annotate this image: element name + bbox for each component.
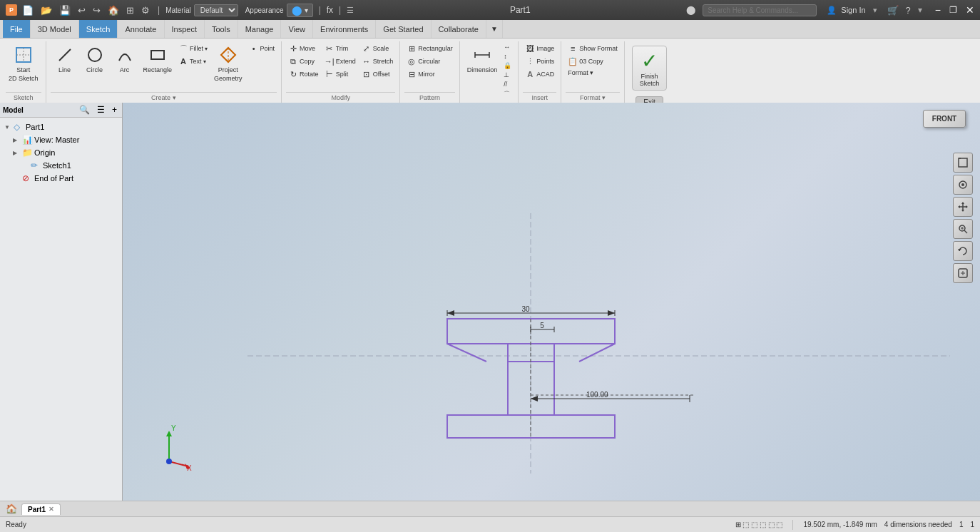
svg-line-44 <box>964 230 967 233</box>
tab-getstarted[interactable]: Get Started <box>376 20 431 38</box>
tree-item-sketch1[interactable]: ✏ Sketch1 <box>1 159 121 172</box>
rectangular-btn[interactable]: ⊞ Rectangular <box>404 43 455 54</box>
line-label: Line <box>58 66 71 73</box>
move-btn[interactable]: ✛ Move <box>286 43 321 54</box>
sidebar-add-btn[interactable]: + <box>110 104 119 116</box>
new-btn[interactable]: 📄 <box>20 5 36 16</box>
material-dropdown[interactable]: Default <box>194 4 238 16</box>
tree-item-endofpart[interactable]: ⊘ End of Part <box>1 172 121 185</box>
settings-btn[interactable]: ⚙ <box>139 5 152 16</box>
tab-inspect[interactable]: Inspect <box>165 20 205 38</box>
tab-3dmodel[interactable]: 3D Model <box>31 20 79 38</box>
rectangle-btn[interactable]: Rectangle <box>141 43 175 76</box>
close-btn[interactable]: ✕ <box>966 4 974 16</box>
front-view-label[interactable]: FRONT <box>923 110 966 128</box>
constrain-h-btn[interactable]: ↔ <box>501 43 514 51</box>
format-btn[interactable]: Format ▾ <box>566 68 620 77</box>
tree-item-origin[interactable]: ▶ 📁 Origin <box>1 146 121 159</box>
format-copy-btn[interactable]: 📋 03 Copy <box>566 56 620 67</box>
minimize-btn[interactable]: − <box>935 4 941 16</box>
zoom-window-btn[interactable] <box>953 219 973 239</box>
more-icon[interactable]: ☰ <box>347 6 354 15</box>
constrain-lock-btn[interactable]: 🔒 <box>501 61 514 70</box>
trim-btn[interactable]: ✂ Trim <box>322 43 358 54</box>
constrain-tangent-btn[interactable]: ⌒ <box>501 89 514 100</box>
help-icon[interactable]: ? <box>906 5 911 16</box>
offset-btn[interactable]: ⊡ Offset <box>359 68 396 80</box>
split-icon: ⊢ <box>325 69 335 79</box>
constrain-v-btn[interactable]: ↕ <box>501 52 514 61</box>
full-nav-btn[interactable] <box>953 263 973 283</box>
constrain-perp-btn[interactable]: ⊥ <box>501 71 514 79</box>
tab-file[interactable]: File <box>3 20 31 38</box>
finish-checkmark-icon: ✓ <box>641 49 658 73</box>
home-btn[interactable]: 🏠 <box>106 5 121 16</box>
tab-sketch[interactable]: Sketch <box>79 20 118 38</box>
pan-btn[interactable] <box>953 197 973 217</box>
tab-manage[interactable]: Manage <box>238 20 282 38</box>
cart-icon[interactable]: 🛒 <box>887 5 899 16</box>
home-nav-btn[interactable]: 🏠 <box>3 503 20 514</box>
tab-more[interactable]: ▼ <box>486 20 503 38</box>
project-geometry-btn[interactable]: Project Geometry <box>211 43 245 84</box>
text-btn[interactable]: A Text ▾ <box>176 56 210 67</box>
split-btn[interactable]: ⊢ Split <box>322 68 358 80</box>
arc-icon <box>115 45 135 65</box>
show-format-btn[interactable]: ≡ Show Format <box>566 43 620 54</box>
signin-btn[interactable]: Sign In <box>841 6 865 14</box>
offset-icon: ⊡ <box>362 69 372 79</box>
stretch-btn[interactable]: ↔ Stretch <box>359 56 396 67</box>
redo-btn[interactable]: ↪ <box>91 5 103 16</box>
extend-btn[interactable]: →| Extend <box>322 56 358 67</box>
look-at-btn[interactable] <box>953 175 973 195</box>
help-chevron[interactable]: ▾ <box>918 5 922 15</box>
save-btn[interactable]: 💾 <box>57 5 73 16</box>
rectangle-label: Rectangle <box>143 66 173 73</box>
arc-btn[interactable]: Arc <box>111 43 139 76</box>
line-btn[interactable]: Line <box>51 43 79 76</box>
mirror-btn[interactable]: ⊟ Mirror <box>404 68 455 80</box>
canvas-area[interactable]: 30 5 100.00 FRONT <box>123 103 980 501</box>
points-btn[interactable]: ⋮ Points <box>523 56 556 67</box>
sketch-canvas: 30 5 100.00 <box>123 103 980 501</box>
view-cube[interactable]: FRONT <box>923 110 966 145</box>
circle-btn[interactable]: Circle <box>81 43 109 76</box>
zoom-extents-btn[interactable] <box>953 153 973 173</box>
copy-btn[interactable]: ⧉ Copy <box>286 56 321 67</box>
dimension-btn[interactable]: Dimension <box>464 43 501 76</box>
restore-btn[interactable]: ❐ <box>949 5 957 15</box>
svg-marker-41 <box>958 205 960 208</box>
rotate-btn[interactable]: ↻ Rotate <box>286 68 321 80</box>
sidebar-menu-btn[interactable]: ☰ <box>95 104 107 116</box>
point-btn[interactable]: • Point <box>247 43 277 54</box>
circular-btn[interactable]: ◎ Circular <box>404 56 455 67</box>
svg-text:30: 30 <box>521 305 530 313</box>
fillet-btn[interactable]: ⌒ Fillet ▾ <box>176 43 210 54</box>
appearance-btn[interactable]: ⬤ ▾ <box>287 4 313 17</box>
show-format-icon: ≡ <box>568 44 578 53</box>
tab-view[interactable]: View <box>281 20 313 38</box>
sidebar-search-btn[interactable]: 🔍 <box>77 104 92 116</box>
finish-sketch-btn[interactable]: ✓ Finish Sketch <box>632 46 668 91</box>
tab-environments[interactable]: Environments <box>313 20 376 38</box>
open-btn[interactable]: 📂 <box>39 5 54 16</box>
grid-btn[interactable]: ⊞ <box>124 5 136 16</box>
undo-btn[interactable]: ↩ <box>76 5 88 16</box>
fx-label[interactable]: fx <box>327 5 333 15</box>
tab-collaborate[interactable]: Collaborate <box>432 20 486 38</box>
constrain-parallel-btn[interactable]: // <box>501 80 514 88</box>
tab-annotate[interactable]: Annotate <box>118 20 164 38</box>
search-input[interactable] <box>703 4 817 16</box>
tree-item-part1[interactable]: ▼ ◇ Part1 <box>1 121 121 133</box>
image-btn[interactable]: 🖼 Image <box>523 43 556 54</box>
scale-btn[interactable]: ⤢ Scale <box>359 43 396 54</box>
tab-tools[interactable]: Tools <box>205 20 238 38</box>
rotate-btn[interactable] <box>953 241 973 261</box>
start-2d-sketch-btn[interactable]: Start 2D Sketch <box>6 43 41 84</box>
tree-item-viewmaster[interactable]: ▶ 📊 View: Master <box>1 133 121 146</box>
acad-btn[interactable]: A ACAD <box>523 68 556 80</box>
part1-label: Part1 <box>26 123 44 131</box>
doc-tab-part1[interactable]: Part1 ✕ <box>21 503 61 515</box>
account-chevron[interactable]: ▾ <box>873 6 877 15</box>
doc-tab-close[interactable]: ✕ <box>49 506 54 513</box>
